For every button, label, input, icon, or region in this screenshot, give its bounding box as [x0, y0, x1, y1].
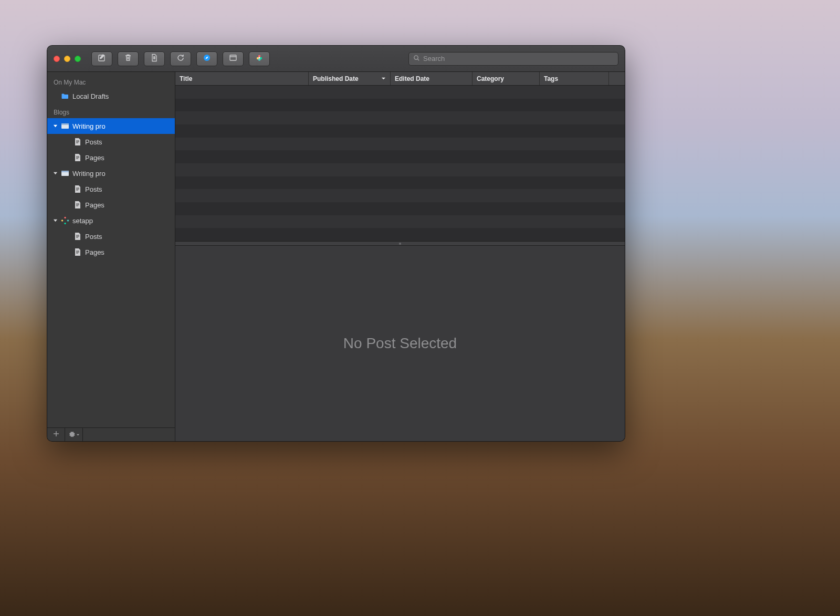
app-window: On My Mac Local Drafts Blogs	[47, 45, 625, 442]
column-label: Category	[477, 75, 504, 82]
sidebar-item-posts[interactable]: Posts	[47, 228, 175, 244]
window-icon	[229, 54, 237, 64]
sidebar-item-label: Pages	[85, 201, 104, 209]
svg-point-7	[259, 57, 260, 58]
column-label: Published Date	[313, 75, 359, 82]
edit-button[interactable]	[144, 51, 165, 66]
column-category[interactable]: Category	[472, 72, 540, 85]
sidebar-section-local: On My Mac	[47, 74, 175, 88]
table-row	[175, 215, 625, 228]
window-controls	[54, 56, 81, 62]
sidebar-item-label: Pages	[85, 248, 104, 256]
column-label: Title	[180, 75, 192, 82]
settings-button[interactable]	[65, 428, 83, 441]
svg-point-6	[258, 58, 260, 60]
media-button[interactable]	[249, 51, 270, 66]
sidebar-item-label: Posts	[85, 138, 102, 146]
refresh-button[interactable]	[170, 51, 191, 66]
table-row	[175, 150, 625, 163]
sidebar-item-label: Posts	[85, 185, 102, 193]
disclosure-triangle-icon[interactable]	[52, 218, 58, 223]
sidebar-item-label: Writing pro	[72, 170, 106, 178]
flower-icon	[255, 54, 264, 64]
doc-icon	[74, 138, 82, 146]
search-input[interactable]	[423, 55, 614, 62]
chevron-down-icon	[76, 431, 80, 438]
sidebar-item-label: Pages	[85, 154, 104, 162]
setapp-icon	[61, 216, 69, 225]
gear-icon	[68, 431, 75, 439]
empty-state-text: No Post Selected	[343, 335, 457, 352]
main-content: Title Published Date Edited Date Categor…	[175, 72, 625, 441]
svg-rect-14	[64, 222, 66, 224]
close-window-button[interactable]	[54, 56, 60, 62]
sidebar-item-pages[interactable]: Pages	[47, 150, 175, 165]
disclosure-triangle-icon[interactable]	[52, 171, 58, 176]
svg-rect-2	[230, 55, 236, 60]
sidebar-item-label: Local Drafts	[72, 92, 109, 100]
sidebar-footer	[47, 427, 175, 441]
disclosure-triangle-icon[interactable]	[52, 123, 58, 129]
svg-rect-10	[61, 123, 69, 125]
doc-icon	[74, 185, 82, 193]
sidebar-item-pages[interactable]: Pages	[47, 197, 175, 213]
sidebar-item-label: Writing pro	[72, 122, 106, 130]
table-row	[175, 124, 625, 138]
column-tags[interactable]: Tags	[540, 72, 609, 85]
blog-icon	[61, 122, 69, 130]
table-row	[175, 189, 625, 202]
post-preview: No Post Selected	[175, 246, 625, 441]
table-row	[175, 138, 625, 151]
table-body[interactable]	[175, 86, 625, 241]
column-spacer	[609, 72, 623, 85]
zoom-window-button[interactable]	[75, 56, 81, 62]
blog-icon	[61, 169, 69, 178]
table-row	[175, 86, 625, 99]
svg-point-8	[414, 55, 418, 59]
plus-icon	[53, 431, 59, 438]
table-row	[175, 99, 625, 112]
table-row	[175, 111, 625, 124]
refresh-icon	[176, 54, 185, 64]
delete-button[interactable]	[118, 51, 139, 66]
minimize-window-button[interactable]	[64, 56, 70, 62]
publish-button[interactable]	[223, 51, 244, 66]
split-handle[interactable]	[175, 241, 625, 246]
svg-rect-16	[67, 220, 69, 222]
search-icon	[413, 54, 420, 64]
folder-icon	[61, 92, 69, 100]
svg-rect-15	[61, 220, 63, 222]
table-row	[175, 163, 625, 176]
compose-icon	[98, 54, 106, 64]
compass-icon	[203, 54, 211, 64]
svg-rect-12	[61, 171, 69, 172]
preview-button[interactable]	[196, 51, 217, 66]
table-row	[175, 228, 625, 241]
sidebar-item-posts[interactable]: Posts	[47, 181, 175, 197]
sidebar-section-blogs: Blogs	[47, 104, 175, 118]
column-label: Edited Date	[395, 75, 429, 82]
new-post-button[interactable]	[91, 51, 112, 66]
search-field[interactable]	[408, 52, 618, 66]
sidebar-item-local-drafts[interactable]: Local Drafts	[47, 88, 175, 104]
document-icon	[150, 54, 159, 64]
sidebar-item-posts[interactable]: Posts	[47, 134, 175, 150]
grip-icon	[399, 243, 401, 245]
table-row	[175, 176, 625, 190]
sidebar-item-writing-pro[interactable]: Writing pro	[47, 118, 175, 134]
sidebar-item-writing-pro-2[interactable]: Writing pro	[47, 165, 175, 181]
column-published-date[interactable]: Published Date	[309, 72, 391, 85]
table-row	[175, 202, 625, 215]
doc-icon	[74, 248, 82, 256]
doc-icon	[74, 232, 82, 241]
sidebar: On My Mac Local Drafts Blogs	[47, 72, 175, 441]
sort-descending-icon	[381, 75, 386, 82]
sidebar-item-pages[interactable]: Pages	[47, 244, 175, 260]
add-button[interactable]	[47, 428, 65, 441]
toolbar	[47, 46, 625, 72]
table-header: Title Published Date Edited Date Categor…	[175, 72, 625, 86]
sidebar-item-setapp[interactable]: setapp	[47, 213, 175, 228]
column-title[interactable]: Title	[175, 72, 309, 85]
column-edited-date[interactable]: Edited Date	[391, 72, 472, 85]
doc-icon	[74, 153, 82, 162]
